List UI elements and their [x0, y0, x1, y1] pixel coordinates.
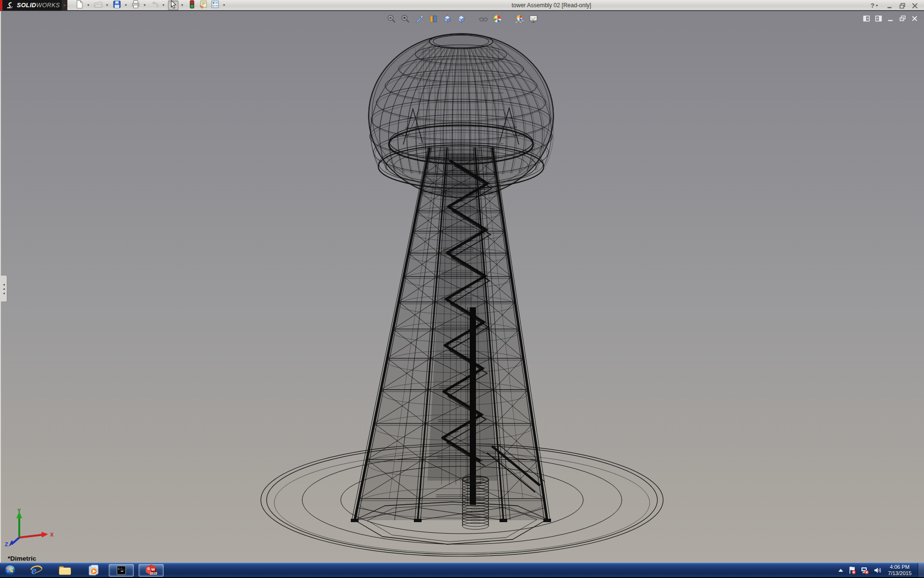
- select-dropdown-caret[interactable]: ▾: [180, 3, 184, 7]
- taskbar-windows-explorer-icon[interactable]: [58, 565, 72, 576]
- taskbar-items: eC:\_SW2015: [4, 564, 164, 577]
- svg-text:2015: 2015: [150, 572, 157, 575]
- triad-x-label: X: [50, 532, 54, 538]
- window-controls: ?▾: [871, 0, 918, 11]
- print-button[interactable]: [130, 0, 141, 10]
- new-button[interactable]: [74, 0, 85, 10]
- collapse-arrow-icon: ◂: [3, 287, 5, 290]
- triad-z-label: Z: [5, 541, 8, 547]
- collapse-left-pane-button[interactable]: [862, 14, 870, 22]
- view-orientation-button[interactable]: [442, 14, 453, 25]
- minimize-button[interactable]: [886, 2, 893, 9]
- options-icon: [210, 0, 220, 11]
- print-dropdown-caret[interactable]: ▾: [142, 3, 147, 7]
- system-tray: 4:06 PM 7/13/2015: [838, 563, 924, 577]
- volume-icon[interactable]: [873, 566, 882, 574]
- edit-appearance-icon: [493, 14, 502, 26]
- graphics-viewport[interactable]: ◂ ◂ ◂ Y X Z *Dimetric: [0, 11, 924, 563]
- save-icon: [112, 0, 122, 11]
- solidworks-logo-text: SOLIDWORKS: [17, 2, 60, 9]
- view-settings-icon: [529, 14, 539, 26]
- window-title: tower Assembly 02 [Read-only]: [512, 0, 591, 11]
- section-view-icon: [415, 14, 424, 26]
- collapse-arrow-icon: ◂: [3, 283, 5, 286]
- hide-show-items-icon: [479, 14, 488, 26]
- open-icon: [93, 0, 103, 11]
- select-icon: [168, 0, 178, 11]
- taskbar-command-prompt-button[interactable]: C:\_: [109, 564, 134, 577]
- apply-scene-icon: [515, 14, 525, 26]
- restore-button[interactable]: [899, 2, 906, 9]
- save-dropdown-caret[interactable]: ▾: [123, 3, 128, 7]
- view-settings-button[interactable]: [528, 14, 539, 25]
- clock[interactable]: 4:06 PM 7/13/2015: [888, 564, 911, 577]
- triad-y-label: Y: [17, 508, 21, 513]
- expand-right-pane-button[interactable]: [874, 14, 882, 22]
- select-button[interactable]: [168, 0, 179, 10]
- undo-icon: [150, 0, 159, 11]
- reference-triad: Y X Z: [3, 508, 61, 547]
- zoom-to-area-button[interactable]: [400, 14, 411, 25]
- view-orientation-icon: [443, 14, 452, 26]
- hide-show-items-button[interactable]: [478, 14, 489, 25]
- clock-date: 7/13/2015: [888, 570, 911, 577]
- options-button[interactable]: [210, 0, 220, 10]
- zoom-to-fit-button[interactable]: [386, 14, 397, 25]
- svg-text:C:\_: C:\_: [118, 567, 125, 571]
- svg-text:S: S: [147, 566, 150, 571]
- undo-button[interactable]: [149, 0, 160, 10]
- undo-dropdown-caret[interactable]: ▾: [161, 3, 166, 7]
- svg-text:W: W: [152, 567, 155, 571]
- edit-appearance-button[interactable]: [492, 14, 503, 25]
- save-button[interactable]: [112, 0, 122, 10]
- menu-expand-arrow[interactable]: ▸: [62, 0, 67, 11]
- zoom-to-fit-icon: [387, 14, 397, 26]
- tower-wireframe-model[interactable]: [1, 11, 924, 563]
- taskbar-media-player-icon[interactable]: [87, 564, 100, 577]
- doc-restore-button[interactable]: [898, 14, 906, 22]
- open-dropdown-caret[interactable]: ▾: [104, 3, 109, 7]
- feature-tree-collapsed-tab[interactable]: ◂ ◂ ◂: [1, 275, 7, 302]
- section-view-button[interactable]: [414, 14, 425, 25]
- main-toolbar: ▾▾▾▾▾▾▾: [74, 0, 228, 10]
- new-dropdown-caret[interactable]: ▾: [86, 3, 90, 7]
- display-style-button[interactable]: [456, 14, 467, 25]
- up-arrow-icon: [838, 568, 844, 573]
- taskbar-internet-explorer-icon[interactable]: e: [30, 564, 43, 577]
- clock-time: 4:06 PM: [888, 564, 911, 570]
- print-icon: [131, 0, 141, 11]
- help-button[interactable]: ?▾: [871, 2, 881, 9]
- selection-filter-icon: [187, 0, 197, 11]
- previous-view-icon: [429, 14, 438, 26]
- properties-button[interactable]: [198, 0, 209, 10]
- apply-scene-button[interactable]: [514, 14, 525, 25]
- close-button[interactable]: [911, 2, 918, 9]
- solidworks-logo: SOLIDWORKS: [2, 0, 62, 11]
- view-orientation-label: *Dimetric: [8, 555, 36, 562]
- action-center-icon[interactable]: [848, 566, 856, 575]
- collapse-arrow-icon: ◂: [3, 291, 5, 295]
- doc-close-button[interactable]: [911, 14, 918, 22]
- heads-up-view-toolbar: [386, 14, 539, 25]
- options-dropdown-caret[interactable]: ▾: [221, 3, 226, 7]
- windows-taskbar: eC:\_SW2015: [0, 563, 924, 577]
- selection-filter-button[interactable]: [187, 0, 197, 10]
- zoom-to-area-icon: [401, 14, 411, 26]
- show-hidden-icons-button[interactable]: [838, 568, 844, 573]
- document-window-controls: [862, 14, 918, 22]
- solidworks-logo-icon: [5, 1, 15, 9]
- title-bar: SOLIDWORKS ▸ ▾▾▾▾▾▾▾ tower Assembly 02 […: [0, 0, 924, 11]
- show-desktop-button[interactable]: [918, 563, 924, 578]
- display-style-icon: [457, 14, 466, 26]
- network-status-icon[interactable]: [860, 566, 869, 575]
- previous-view-button[interactable]: [428, 14, 439, 25]
- doc-minimize-button[interactable]: [886, 14, 894, 22]
- new-icon: [75, 0, 84, 11]
- taskbar-start-icon[interactable]: [4, 564, 16, 577]
- properties-icon: [199, 0, 208, 11]
- taskbar-solidworks-2015-button[interactable]: SW2015: [139, 564, 164, 577]
- open-button[interactable]: [93, 0, 103, 10]
